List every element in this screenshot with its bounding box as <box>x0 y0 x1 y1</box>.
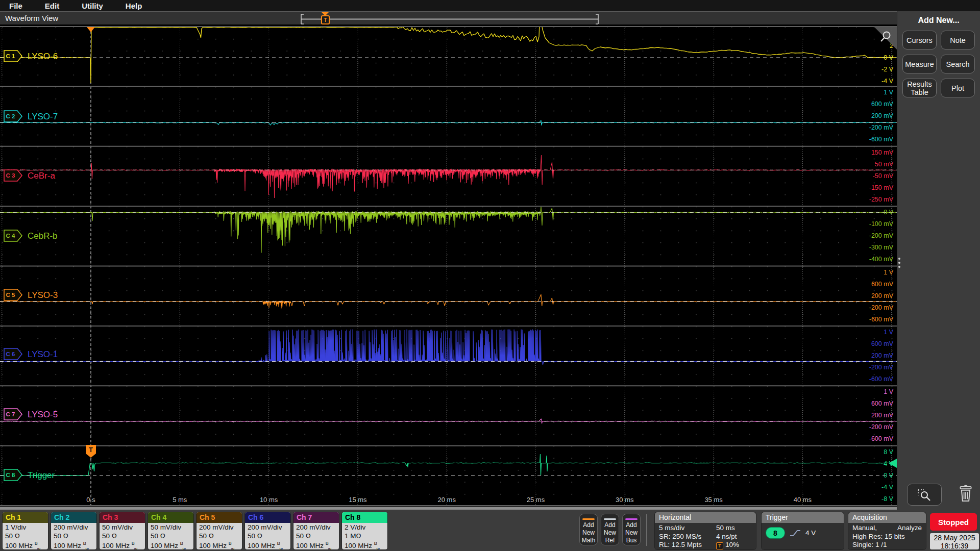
scale-label-c7: 200 mV <box>871 412 894 419</box>
add-new-title: Add New... <box>897 16 980 25</box>
zoom-select-button[interactable] <box>907 484 942 506</box>
scale-label-c3: 50 mV <box>875 161 894 168</box>
waveform-view-title: Waveform View <box>5 14 58 22</box>
bandwidth-limit-flag: Bw <box>229 544 235 549</box>
channel-badge-ch8[interactable]: Ch 82 V/div1 MΩ100 MHz Bw <box>342 512 387 549</box>
scale-label-c5: 1 V <box>884 269 893 276</box>
channel-tag-label: C 7 <box>6 411 15 417</box>
channel-name-label[interactable]: LYSO-1 <box>28 349 58 359</box>
menu-bar: FileEditUtilityHelp <box>0 0 980 11</box>
menu-utility[interactable]: Utility <box>82 2 103 10</box>
channel-name-label[interactable]: CebR-b <box>28 231 58 241</box>
channel-badge-ch6[interactable]: Ch 6200 mV/div50 Ω100 MHz Bw <box>245 512 290 549</box>
acq-single: Single: 1 /1 <box>852 541 922 549</box>
plot-button[interactable]: Plot <box>941 79 975 97</box>
bottom-settings-bar: Ch 11 V/div50 Ω100 MHz BwCh 2200 mV/div5… <box>0 510 980 551</box>
channel-name-label[interactable]: Trigger <box>28 470 55 480</box>
channel-badge-ch1[interactable]: Ch 11 V/div50 Ω100 MHz Bw <box>3 512 48 549</box>
channel-tag-label: C 8 <box>6 472 16 478</box>
time-axis-label: 25 ms <box>527 496 545 504</box>
add-new-bus-button[interactable]: AddNewBus <box>622 514 641 545</box>
horizontal-panel-title: Horizontal <box>655 512 756 523</box>
scale-label-c4: -400 mV <box>869 256 894 263</box>
horizontal-window: 50 ms <box>716 524 752 533</box>
button-color-bar <box>625 518 638 520</box>
measure-button[interactable]: Measure <box>902 55 937 73</box>
channel-scale: 1 V/div <box>5 523 48 532</box>
zoom-area-icon <box>916 488 933 502</box>
scale-label-c4: 0 V <box>884 209 893 216</box>
cursors-button[interactable]: Cursors <box>902 31 937 49</box>
add-new-ref-button[interactable]: AddNewRef <box>601 514 619 545</box>
acq-mode: Manual, <box>852 524 877 533</box>
channel-badge-ch7[interactable]: Ch 7200 mV/div50 Ω100 MHz Bw <box>293 512 339 549</box>
trash-button[interactable] <box>955 482 976 505</box>
horizontal-panel[interactable]: Horizontal 5 ms/div50 ms SR: 250 MS/s4 n… <box>655 512 756 549</box>
results-table-button[interactable]: Results Table <box>902 79 937 97</box>
acq-analyze: Analyze <box>897 524 922 533</box>
channel-bandwidth: 100 MHz Bw <box>296 540 339 549</box>
sample-interval: 4 ns/pt <box>716 533 752 541</box>
acquisition-panel[interactable]: Acquisition Manual,Analyze High Res: 15 … <box>848 512 926 549</box>
scale-label-c3: -50 mV <box>873 172 894 180</box>
scale-label-c8: 8 V <box>884 448 893 456</box>
channel-bandwidth: 100 MHz Bw <box>248 540 290 549</box>
waveform-plot[interactable]: C 1LYSO-6C 2LYSO-7C 3CeBr-aC 4CebR-bC 5L… <box>0 24 897 507</box>
menu-help[interactable]: Help <box>126 2 142 10</box>
channel-badge-header: Ch 3 <box>100 512 145 523</box>
channel-name-label[interactable]: LYSO-6 <box>28 52 58 61</box>
trigger-position-percent: 10% <box>725 541 739 548</box>
scale-label-c3: -250 mV <box>869 196 894 203</box>
bandwidth-limit-flag: Bw <box>326 544 332 549</box>
time-axis-label: 35 ms <box>704 496 723 504</box>
svg-text:T: T <box>89 446 93 454</box>
scale-label-c3: 150 mV <box>871 149 894 156</box>
channel-name-label[interactable]: CeBr-a <box>28 171 55 181</box>
channel-name-label[interactable]: LYSO-7 <box>28 112 58 121</box>
record-length: RL: 12.5 Mpts <box>659 541 716 549</box>
channel-name-label[interactable]: LYSO-3 <box>28 290 58 300</box>
channel-impedance: 50 Ω <box>151 532 193 541</box>
search-button[interactable]: Search <box>941 55 975 73</box>
channel-impedance: 50 Ω <box>54 532 96 541</box>
sample-rate: SR: 250 MS/s <box>659 533 716 541</box>
scale-label-c5: 600 mV <box>871 281 894 288</box>
channel-badge-header: Ch 2 <box>51 512 96 523</box>
channel-bandwidth: 100 MHz Bw <box>345 540 387 549</box>
channel-badge-header: Ch 5 <box>197 512 242 523</box>
channel-impedance: 50 Ω <box>199 532 242 541</box>
channel-badge-ch4[interactable]: Ch 450 mV/div50 Ω100 MHz Bw <box>148 512 193 549</box>
button-color-bar <box>604 518 616 520</box>
panel-drag-handle[interactable] <box>898 258 900 268</box>
channel-badge-ch2[interactable]: Ch 2200 mV/div50 Ω100 MHz Bw <box>51 512 96 549</box>
scale-label-c4: -300 mV <box>869 244 894 251</box>
channel-scale: 200 mV/div <box>199 523 242 532</box>
time-axis-label: 10 ms <box>260 496 278 504</box>
menu-edit[interactable]: Edit <box>45 2 59 10</box>
channel-scale: 200 mV/div <box>296 523 339 532</box>
add-new-math-button[interactable]: AddNewMath <box>579 514 598 545</box>
waveform-view-tab[interactable]: Waveform View T <box>0 11 897 24</box>
scale-label-c2: 600 mV <box>871 101 894 108</box>
channel-badge-ch3[interactable]: Ch 350 mV/div50 Ω100 MHz Bw <box>100 512 145 549</box>
trigger-panel[interactable]: Trigger 8 4 V <box>762 512 844 549</box>
scale-label-c5: -600 mV <box>869 316 894 323</box>
channel-badge-ch5[interactable]: Ch 5200 mV/div50 Ω100 MHz Bw <box>197 512 242 549</box>
scale-label-c2: -600 mV <box>869 136 894 143</box>
bandwidth-limit-flag: Bw <box>132 544 138 549</box>
time-axis-label: 20 ms <box>437 496 456 504</box>
channel-badge-header: Ch 1 <box>3 512 48 523</box>
menu-file[interactable]: File <box>9 2 22 10</box>
bandwidth-limit-flag: Bw <box>35 544 41 549</box>
scale-label-c1: -2 V <box>881 66 894 73</box>
time-axis-label: 0 s <box>86 496 95 504</box>
bandwidth-limit-flag: Bw <box>180 544 186 549</box>
horizontal-position-bar[interactable]: T <box>296 12 607 25</box>
channel-tag-label: C 1 <box>6 53 16 59</box>
note-button[interactable]: Note <box>941 31 975 49</box>
plot-bottom-scroll-strip[interactable] <box>0 507 897 510</box>
channel-bandwidth: 100 MHz Bw <box>199 540 242 549</box>
channel-name-label[interactable]: LYSO-5 <box>28 410 58 419</box>
run-state-button[interactable]: Stopped <box>930 513 977 531</box>
bandwidth-limit-flag: Bw <box>374 544 380 549</box>
